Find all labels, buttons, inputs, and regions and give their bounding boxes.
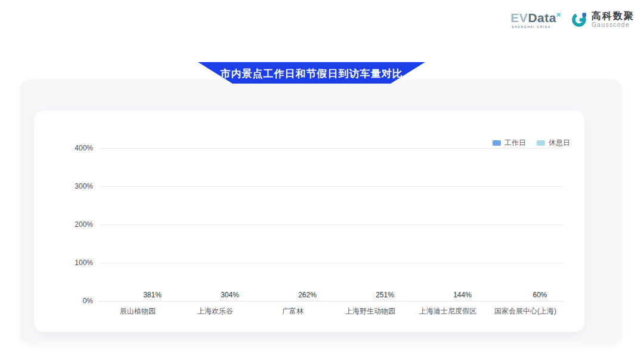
bar-value-label: 262% (298, 291, 317, 299)
y-tick-label: 400% (34, 144, 93, 152)
y-tick-label: 300% (34, 182, 93, 190)
bar-group: 144%上海迪士尼度假区 (409, 148, 487, 301)
bar-groups: 381%辰山植物园304%上海欢乐谷262%广富林251%上海野生动物园144%… (99, 148, 564, 301)
gausscode-text: 高科数聚 Gausscode (592, 11, 634, 28)
gausscode-name-cn: 高科数聚 (592, 11, 634, 21)
title-banner: 市内景点工作日和节假日到访车量对比 (198, 62, 425, 84)
y-tick-label: 0% (34, 297, 93, 305)
chart-legend: 工作日休息日 (493, 138, 570, 148)
chart-card: 工作日休息日 400%300%200%100%0% 381%辰山植物园304%上… (34, 110, 584, 332)
evdata-ev-text: EV (510, 11, 528, 24)
bar-value-label: 251% (376, 291, 394, 299)
evdata-subtext: SHANGHAI CHINA (510, 26, 561, 29)
bar-value-label: 144% (453, 291, 472, 299)
evdata-data-text: Data (528, 11, 556, 24)
gausscode-logo: 高科数聚 Gausscode (571, 11, 634, 28)
category-label: 国家会展中心(上海) (475, 306, 576, 316)
bar-group: 381%辰山植物园 (99, 148, 177, 301)
legend-swatch-workday (493, 140, 501, 146)
y-tick-label: 200% (34, 220, 93, 229)
legend-label-restday: 休息日 (549, 138, 570, 148)
plot-area: 381%辰山植物园304%上海欢乐谷262%广富林251%上海野生动物园144%… (99, 148, 564, 301)
gridline (99, 301, 564, 302)
gausscode-g-icon (571, 11, 587, 28)
legend-item-restday[interactable]: 休息日 (537, 138, 570, 148)
bar-group: 304%上海欢乐谷 (177, 148, 254, 301)
legend-swatch-restday (537, 140, 545, 146)
page: EVData× SHANGHAI CHINA 高科数聚 Gausscode 市内… (0, 0, 644, 363)
legend-item-workday[interactable]: 工作日 (493, 138, 526, 148)
bar-value-label: 304% (221, 291, 239, 299)
y-axis: 400%300%200%100%0% (34, 148, 93, 301)
gausscode-name-en: Gausscode (592, 21, 634, 29)
bar-group: 251%上海野生动物园 (332, 148, 409, 301)
bar-group: 60%国家会展中心(上海) (487, 148, 564, 301)
bar-value-label: 60% (532, 291, 547, 299)
evdata-wordmark: EVData× (510, 11, 561, 24)
evdata-logo: EVData× SHANGHAI CHINA (510, 11, 561, 29)
evdata-x-mark: × (556, 10, 561, 19)
bar-group: 262%广富林 (254, 148, 332, 301)
legend-label-workday: 工作日 (504, 138, 526, 148)
dashboard-panel: 工作日休息日 400%300%200%100%0% 381%辰山植物园304%上… (20, 79, 622, 343)
page-title: 市内景点工作日和节假日到访车量对比 (221, 66, 403, 81)
bar-value-label: 381% (143, 291, 162, 299)
y-tick-label: 100% (34, 259, 93, 267)
logo-bar: EVData× SHANGHAI CHINA 高科数聚 Gausscode (510, 11, 634, 29)
